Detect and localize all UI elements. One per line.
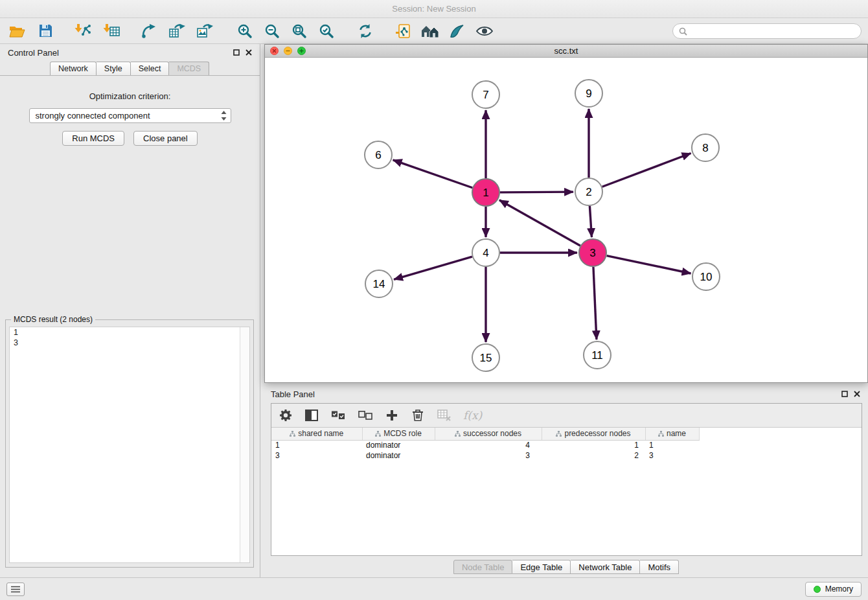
home-icon[interactable]: [420, 21, 440, 41]
window-titlebar: Session: New Session: [0, 0, 868, 18]
optimization-criterion-label: Optimization criterion:: [0, 91, 260, 101]
mcds-result-item[interactable]: 1: [10, 327, 249, 338]
tab-network-table[interactable]: Network Table: [571, 560, 640, 574]
column-edit-icon[interactable]: [455, 430, 461, 439]
window-close-button[interactable]: [270, 47, 279, 55]
table-cell[interactable]: 3: [271, 450, 362, 461]
table-cell[interactable]: dominator: [362, 450, 435, 461]
open-file-icon[interactable]: [6, 21, 27, 41]
graph-edge-1-2[interactable]: [500, 192, 573, 192]
tab-style[interactable]: Style: [97, 62, 131, 75]
memory-status-icon: [814, 586, 821, 593]
column-edit-icon[interactable]: [290, 430, 295, 439]
column-header-predecessor-nodes[interactable]: predecessor nodes: [542, 428, 645, 440]
tab-node-table[interactable]: Node Table: [453, 560, 513, 574]
tab-motifs[interactable]: Motifs: [640, 560, 679, 574]
search-input[interactable]: [691, 27, 855, 36]
zoom-in-icon[interactable]: [234, 21, 255, 41]
column-header-MCDS-role[interactable]: MCDS role: [362, 428, 435, 440]
graph-node-label: 10: [700, 271, 713, 283]
save-session-icon[interactable]: [35, 21, 56, 41]
mcds-panel-content: Optimization criterion: strongly connect…: [0, 76, 260, 146]
table-cell[interactable]: dominator: [362, 440, 435, 450]
graph-node-label: 1: [483, 187, 488, 199]
delete-columns-icon[interactable]: [410, 408, 426, 423]
table-cell[interactable]: 3: [645, 450, 699, 461]
close-panel-button[interactable]: Close panel: [133, 131, 198, 146]
column-header-name[interactable]: name: [645, 428, 699, 440]
table-mode-gear-icon[interactable]: [278, 408, 293, 423]
tab-edge-table[interactable]: Edge Table: [512, 560, 571, 574]
status-list-icon[interactable]: [6, 583, 25, 596]
mcds-result-list[interactable]: 1 3: [9, 327, 250, 563]
memory-button[interactable]: Memory: [805, 582, 862, 597]
table-cell[interactable]: 1: [542, 440, 645, 450]
select-all-columns-icon[interactable]: [330, 408, 347, 423]
import-table-icon[interactable]: [101, 21, 122, 41]
selected-criterion: strongly connected component: [36, 111, 150, 121]
search-box[interactable]: [672, 23, 862, 39]
function-builder-icon: f(x): [463, 409, 482, 422]
table-cell[interactable]: 3: [435, 450, 542, 461]
zoom-selected-icon[interactable]: [316, 21, 337, 41]
eye-icon[interactable]: [474, 21, 495, 41]
graph-node-label: 7: [483, 89, 488, 101]
import-network-icon[interactable]: [73, 21, 93, 41]
column-header-successor-nodes[interactable]: successor nodes: [435, 428, 542, 440]
zoom-out-icon[interactable]: [262, 21, 282, 41]
unselect-all-columns-icon[interactable]: [357, 408, 374, 423]
float-table-panel-icon[interactable]: [841, 391, 848, 397]
graph-edge-2-3[interactable]: [589, 206, 591, 237]
style-brush-icon[interactable]: [447, 21, 468, 41]
network-window-titlebar[interactable]: scc.txt: [265, 45, 867, 58]
tab-select[interactable]: Select: [131, 62, 170, 75]
search-icon: [679, 27, 687, 36]
graph-edge-3-11[interactable]: [593, 267, 597, 340]
tab-network[interactable]: Network: [50, 62, 97, 75]
tab-mcds[interactable]: MCDS: [169, 62, 209, 75]
network-graph[interactable]: 7968124314101511: [265, 58, 867, 382]
table-row[interactable]: 1dominator411: [271, 440, 699, 450]
control-panel-header: Control Panel: [0, 44, 260, 61]
column-edit-icon[interactable]: [556, 430, 562, 439]
column-label: name: [667, 429, 686, 438]
delete-table-icon: [436, 408, 453, 423]
table-row[interactable]: 3dominator323: [271, 450, 699, 461]
table-cell[interactable]: 1: [645, 440, 699, 450]
export-table-icon[interactable]: [166, 21, 187, 41]
graph-edge-4-14[interactable]: [394, 257, 472, 279]
mcds-result-item[interactable]: 3: [10, 338, 249, 348]
graph-edge-2-8[interactable]: [602, 153, 691, 187]
table-cell[interactable]: 1: [271, 440, 362, 450]
apply-layout-icon[interactable]: [355, 21, 376, 41]
graph-edge-3-10[interactable]: [607, 256, 691, 273]
create-column-icon[interactable]: [384, 408, 400, 423]
run-mcds-button[interactable]: Run MCDS: [62, 131, 124, 146]
export-network-icon[interactable]: [139, 21, 159, 41]
table-panel-title: Table Panel: [271, 389, 315, 399]
export-image-icon[interactable]: [194, 21, 215, 41]
zoom-fit-icon[interactable]: [289, 21, 310, 41]
status-bar: Memory: [0, 577, 868, 600]
optimization-criterion-select[interactable]: strongly connected component: [29, 108, 231, 123]
graph-edge-1-6[interactable]: [393, 160, 473, 188]
close-table-panel-icon[interactable]: [854, 391, 860, 397]
window-zoom-button[interactable]: [297, 47, 306, 55]
graph-node-label: 8: [702, 142, 708, 154]
first-neighbors-icon[interactable]: [393, 21, 413, 41]
window-minimize-button[interactable]: [284, 47, 292, 55]
node-table-container: f(x) shared nameMCDS rolesuccessor nodes…: [271, 403, 862, 556]
result-scrollbar[interactable]: [240, 327, 249, 562]
column-edit-icon[interactable]: [375, 430, 381, 439]
table-cell[interactable]: 4: [435, 440, 542, 450]
table-cell[interactable]: 2: [542, 450, 645, 461]
control-panel-title: Control Panel: [8, 48, 59, 58]
show-columns-icon[interactable]: [304, 408, 319, 423]
column-edit-icon[interactable]: [658, 430, 664, 439]
close-panel-icon[interactable]: [246, 49, 252, 56]
graph-edge-3-1[interactable]: [499, 200, 580, 246]
select-stepper-icon: [221, 111, 227, 121]
column-header-shared-name[interactable]: shared name: [271, 428, 362, 440]
float-panel-icon[interactable]: [233, 49, 240, 56]
control-panel-tabs: Network Style Select MCDS: [0, 61, 260, 76]
